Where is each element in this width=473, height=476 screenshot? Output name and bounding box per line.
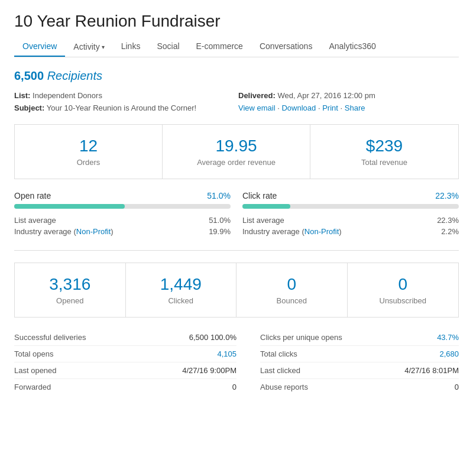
click-list-avg-value: 22.3% xyxy=(437,216,459,225)
open-list-avg-row: List average 51.0% xyxy=(14,216,231,225)
nav-activity[interactable]: Activity ▾ xyxy=(65,37,112,57)
chevron-down-icon: ▾ xyxy=(102,44,105,50)
bottom-stats: Successful deliveries 6,500 100.0% Total… xyxy=(14,329,459,395)
divider xyxy=(14,250,459,251)
click-rate-title: Click rate xyxy=(242,191,277,200)
subject-meta: Subject: Your 10-Year Reunion is Around … xyxy=(14,103,235,112)
open-rate-bar-fill xyxy=(14,204,125,209)
subject-value: Your 10-Year Reunion is Around the Corne… xyxy=(47,103,196,112)
open-rate-title: Open rate xyxy=(14,191,51,200)
delivered-label: Delivered: xyxy=(238,91,276,100)
open-list-avg-label: List average xyxy=(14,216,56,225)
total-opens-label: Total opens xyxy=(14,349,54,358)
unsubscribed-stat: 0 Unsubscribed xyxy=(348,263,459,317)
open-rate-bar-bg xyxy=(14,204,231,209)
list-value: Independent Donors xyxy=(33,91,102,100)
click-list-avg-row: List average 22.3% xyxy=(242,216,459,225)
last-clicked-value: 4/27/16 8:01PM xyxy=(404,366,459,375)
avg-order-value: 19.95 xyxy=(174,137,298,156)
delivered-meta: Delivered: Wed, Apr 27, 2016 12:00 pm xyxy=(238,91,459,100)
last-opened-row: Last opened 4/27/16 9:00PM xyxy=(14,362,237,379)
bounced-label: Bounced xyxy=(248,296,335,305)
open-list-avg-value: 51.0% xyxy=(209,216,231,225)
clicks-unique-opens-row: Clicks per unique opens 43.7% xyxy=(260,329,459,346)
rates-section: Open rate 51.0% List average 51.0% Indus… xyxy=(14,191,459,238)
click-industry-row: Industry average (Non-Profit) 2.2% xyxy=(242,227,459,236)
total-clicks-label: Total clicks xyxy=(260,349,297,358)
view-email-link[interactable]: View email xyxy=(238,103,276,112)
last-opened-value: 4/27/16 9:00PM xyxy=(182,366,237,375)
opened-label: Opened xyxy=(27,296,114,305)
abuse-reports-row: Abuse reports 0 xyxy=(260,379,459,395)
meta-section: List: Independent Donors Delivered: Wed,… xyxy=(14,91,459,112)
click-list-avg-label: List average xyxy=(242,216,284,225)
open-rate-pct: 51.0% xyxy=(207,191,231,200)
nav-social[interactable]: Social xyxy=(148,37,187,57)
last-clicked-row: Last clicked 4/27/16 8:01PM xyxy=(260,362,459,379)
links-meta: View email · Download · Print · Share xyxy=(238,103,459,112)
opened-value: 3,316 xyxy=(27,275,114,294)
page-title: 10 Year Reunion Fundraiser xyxy=(14,12,459,31)
activity-stats: 3,316 Opened 1,449 Clicked 0 Bounced 0 U… xyxy=(14,263,459,318)
clicked-label: Clicked xyxy=(138,296,225,305)
successful-deliveries-row: Successful deliveries 6,500 100.0% xyxy=(14,329,237,346)
abuse-reports-label: Abuse reports xyxy=(260,383,308,391)
click-rate-pct: 22.3% xyxy=(435,191,459,200)
delivered-value: Wed, Apr 27, 2016 12:00 pm xyxy=(278,91,375,100)
list-label: List: xyxy=(14,91,30,100)
click-rate-bar-bg xyxy=(242,204,459,209)
last-clicked-label: Last clicked xyxy=(260,366,300,375)
open-industry-row: Industry average (Non-Profit) 19.9% xyxy=(14,227,231,236)
click-rate-bar-fill xyxy=(242,204,290,209)
unsubscribed-label: Unsubscribed xyxy=(359,296,447,305)
click-rate-block: Click rate 22.3% List average 22.3% Indu… xyxy=(242,191,459,238)
nav-analytics360[interactable]: Analytics360 xyxy=(320,37,384,57)
list-meta: List: Independent Donors xyxy=(14,91,235,100)
bottom-left-col: Successful deliveries 6,500 100.0% Total… xyxy=(14,329,237,395)
share-link[interactable]: Share xyxy=(345,103,365,112)
forwarded-value: 0 xyxy=(232,383,237,391)
successful-deliveries-value: 6,500 100.0% xyxy=(189,333,237,342)
opened-stat: 3,316 Opened xyxy=(15,263,126,317)
page-container: 10 Year Reunion Fundraiser Overview Acti… xyxy=(0,0,473,407)
clicked-value: 1,449 xyxy=(138,275,225,294)
open-industry-link[interactable]: Non-Profit xyxy=(76,227,111,236)
bounced-value: 0 xyxy=(248,275,335,294)
total-clicks-value: 2,680 xyxy=(439,349,459,358)
recipients-count: 6,500 xyxy=(14,69,44,82)
avg-order-stat: 19.95 Average order revenue xyxy=(163,125,310,179)
total-revenue-value: $239 xyxy=(322,137,446,156)
clicks-unique-opens-value: 43.7% xyxy=(437,333,459,342)
main-nav: Overview Activity ▾ Links Social E-comme… xyxy=(14,37,459,57)
nav-overview[interactable]: Overview xyxy=(14,37,65,57)
total-opens-value: 4,105 xyxy=(217,349,237,358)
orders-stat: 12 Orders xyxy=(15,125,163,179)
orders-label: Orders xyxy=(27,158,150,167)
clicked-stat: 1,449 Clicked xyxy=(126,263,237,317)
total-clicks-row: Total clicks 2,680 xyxy=(260,346,459,362)
last-opened-label: Last opened xyxy=(14,366,57,375)
open-rate-block: Open rate 51.0% List average 51.0% Indus… xyxy=(14,191,231,238)
bottom-right-col: Clicks per unique opens 43.7% Total clic… xyxy=(237,329,459,395)
subject-label: Subject: xyxy=(14,103,44,112)
recipients-header: 6,500 Recipients xyxy=(14,69,459,83)
open-industry-value: 19.9% xyxy=(209,227,231,236)
click-industry-link[interactable]: Non-Profit xyxy=(304,227,339,236)
total-revenue-stat: $239 Total revenue xyxy=(310,125,458,179)
total-opens-row: Total opens 4,105 xyxy=(14,346,237,362)
bounced-stat: 0 Bounced xyxy=(237,263,348,317)
nav-links[interactable]: Links xyxy=(113,37,149,57)
download-link[interactable]: Download xyxy=(281,103,316,112)
forwarded-label: Forwarded xyxy=(14,383,51,391)
nav-ecommerce[interactable]: E-commerce xyxy=(188,37,251,57)
clicks-unique-opens-label: Clicks per unique opens xyxy=(260,333,342,342)
ecommerce-stats: 12 Orders 19.95 Average order revenue $2… xyxy=(14,124,459,179)
avg-order-label: Average order revenue xyxy=(174,158,298,167)
recipients-label: Recipients xyxy=(47,69,102,82)
total-revenue-label: Total revenue xyxy=(322,158,446,167)
print-link[interactable]: Print xyxy=(322,103,338,112)
nav-conversations[interactable]: Conversations xyxy=(251,37,321,57)
unsubscribed-value: 0 xyxy=(359,275,447,294)
orders-value: 12 xyxy=(27,137,150,156)
forwarded-row: Forwarded 0 xyxy=(14,379,237,395)
